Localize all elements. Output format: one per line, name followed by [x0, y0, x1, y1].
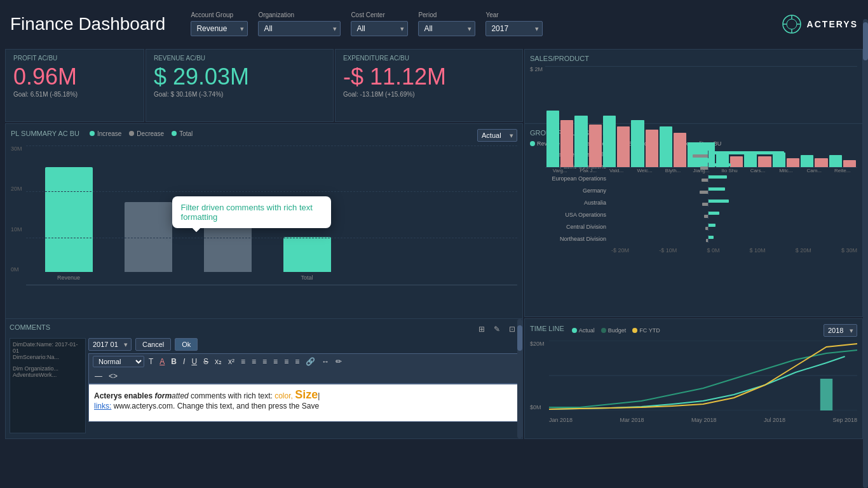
- group-scrollbar[interactable]: [863, 19, 868, 488]
- timeline-year-select[interactable]: 2018 2017 2019: [824, 324, 857, 337]
- page-title: Finance Dashboard: [10, 14, 165, 34]
- toolbar-align-center-btn[interactable]: ≡: [271, 356, 280, 367]
- timeline-header-left: Time Line Actual Budget FC YTD: [530, 325, 660, 336]
- toolbar-font-color-btn[interactable]: A: [158, 356, 166, 367]
- toolbar-row2: — <>: [93, 371, 514, 381]
- pl-summary-panel: PL Summary AC BU Increase Decrease Total: [5, 123, 523, 320]
- pl-bar-gray2-fill: [204, 224, 252, 272]
- font-style-select[interactable]: Normal Heading 1 Heading 2: [93, 356, 144, 367]
- pl-legend: Increase Decrease Total: [90, 130, 193, 137]
- date-dropdown-wrapper: 2017 01: [88, 338, 132, 351]
- group-center-line-6: [708, 223, 709, 231]
- edit-icon[interactable]: ✎: [491, 323, 503, 336]
- pl-gridline-30: [26, 146, 517, 146]
- group-row-bars-5: [609, 211, 857, 219]
- organization-filter: Organization All: [258, 11, 341, 36]
- toolbar-hr-btn[interactable]: —: [93, 371, 104, 381]
- expand-icon[interactable]: ⊡: [506, 323, 519, 336]
- content-cursor: |: [318, 391, 320, 400]
- timeline-legend-actual: Actual: [572, 327, 595, 334]
- comments-scrollbar[interactable]: [517, 319, 522, 438]
- group-row-bars-7: [609, 235, 857, 243]
- toolbar-italic-btn[interactable]: I: [181, 356, 187, 367]
- sales-bar-group-3: [631, 120, 658, 168]
- timeline-bar: [820, 379, 832, 410]
- cost-center-select[interactable]: All: [351, 21, 408, 36]
- timeline-x-labels: Jan 2018 Mar 2018 May 2018 Jul 2018 Sep …: [549, 417, 857, 423]
- kpi-row: Profit AC/BU 0.96M Goal: 6.51M (-85.18%)…: [5, 49, 523, 122]
- header: Finance Dashboard Account Group Revenue …: [0, 0, 868, 48]
- comments-rich-text[interactable]: Acterys enables formatted comments with …: [88, 384, 519, 422]
- pl-bar-revenue-fill: [45, 167, 93, 272]
- logo-text: ACTERYS: [807, 19, 858, 29]
- cancel-button[interactable]: Cancel: [135, 338, 171, 351]
- toolbar-highlight-btn[interactable]: ✏: [334, 356, 344, 367]
- timeline-chart-area: $20M $0M: [530, 341, 857, 423]
- toolbar-link-btn[interactable]: 🔗: [304, 356, 317, 367]
- comment-meta-date: DimDate:Name: 2017-01-01: [13, 341, 83, 354]
- cost-center-label: Cost Center: [351, 11, 408, 18]
- group-rev-ac-bar-4: [708, 200, 729, 203]
- timeline-mar: Mar 2018: [620, 417, 644, 423]
- sales-bar-pair-4: [660, 126, 686, 168]
- account-group-label: Account Group: [191, 11, 248, 18]
- pl-x-labels: Revenue Total: [26, 272, 517, 285]
- group-exp-ac-bar-4: [702, 203, 708, 206]
- account-group-select[interactable]: Revenue Cost All: [191, 21, 248, 36]
- profit-kpi-goal: Goal: 6.51M (-85.18%): [13, 91, 136, 98]
- toolbar-source-btn[interactable]: <>: [107, 371, 119, 381]
- timeline-actual-dot: [572, 328, 577, 333]
- pl-tooltip-text: Filter driven comments with rich text fo…: [181, 203, 313, 222]
- toolbar-align-right-btn[interactable]: ≡: [282, 356, 290, 367]
- period-select[interactable]: All: [418, 21, 475, 36]
- content-comments-text: comments with rich text:: [189, 391, 275, 400]
- comments-scrollbar-thumb: [517, 325, 522, 351]
- organization-label: Organization: [258, 11, 341, 18]
- rich-text-toolbar: Normal Heading 1 Heading 2 T A B I U S x…: [88, 353, 519, 384]
- sales-pink-bar-3: [646, 130, 658, 168]
- toolbar-ul-btn[interactable]: ≡: [250, 356, 258, 367]
- pl-gridline-10: [26, 238, 517, 238]
- toolbar-justify-btn[interactable]: ≡: [293, 356, 301, 367]
- timeline-legend-budget: Budget: [601, 327, 627, 334]
- group-x-30: $ 30M: [841, 247, 857, 254]
- organization-select-wrapper: All: [258, 21, 341, 36]
- timeline-legend: Actual Budget FC YTD: [572, 327, 660, 334]
- toolbar-underline-btn[interactable]: U: [189, 356, 199, 367]
- organization-select[interactable]: All: [258, 21, 341, 36]
- comment-meta-org: Dim Organizatio...: [13, 365, 83, 372]
- pl-y-30m: 30M: [11, 146, 22, 152]
- toolbar-strikethrough-btn[interactable]: S: [201, 356, 210, 367]
- group-row-bars-6: [609, 223, 857, 231]
- content-link[interactable]: links:: [94, 402, 111, 410]
- pl-legend-decrease-dot: [129, 131, 134, 136]
- group-row-bars-3: [609, 187, 857, 194]
- group-center-line-2: [708, 175, 709, 182]
- ok-button[interactable]: Ok: [175, 338, 198, 351]
- year-select[interactable]: 2017 2018 2016: [485, 21, 543, 36]
- sales-bar-pair-3: [631, 120, 658, 168]
- comments-icons: ⊞ ✎ ⊡: [475, 323, 519, 336]
- pl-actual-dropdown[interactable]: Actual Budget: [477, 129, 517, 142]
- acterys-logo-icon: [782, 14, 802, 34]
- sales-pink-bar-2: [617, 126, 630, 168]
- toolbar-superscript-btn[interactable]: x²: [226, 356, 236, 367]
- period-select-wrapper: All: [418, 21, 475, 36]
- date-dropdown[interactable]: 2017 01: [88, 338, 132, 351]
- toolbar-align-left-btn[interactable]: ≡: [261, 356, 269, 367]
- toolbar-bold-btn[interactable]: B: [169, 356, 179, 367]
- profit-kpi-value: 0.96M: [13, 64, 136, 90]
- group-scrollbar-thumb: [863, 22, 868, 60]
- toolbar-unlink-btn[interactable]: ↔: [320, 356, 331, 367]
- content-url: www.acterys.com. Change this text, and t…: [111, 402, 319, 410]
- toolbar-subscript-btn[interactable]: x₂: [213, 356, 224, 367]
- timeline-sep: Sep 2018: [832, 417, 857, 423]
- group-exp-ac-bar-2: [702, 179, 709, 182]
- toolbar-ol-btn[interactable]: ≡: [239, 356, 247, 367]
- pl-bar-total: [283, 237, 331, 272]
- filter-icon[interactable]: ⊞: [475, 323, 488, 336]
- pl-tooltip: Filter driven comments with rich text fo…: [172, 196, 331, 228]
- expenditure-kpi-card: Expenditure AC/BU -$ 11.12M Goal: -13.18…: [335, 49, 523, 122]
- content-acterys: Acterys enables: [94, 391, 154, 400]
- toolbar-text-size-btn[interactable]: T: [147, 356, 155, 367]
